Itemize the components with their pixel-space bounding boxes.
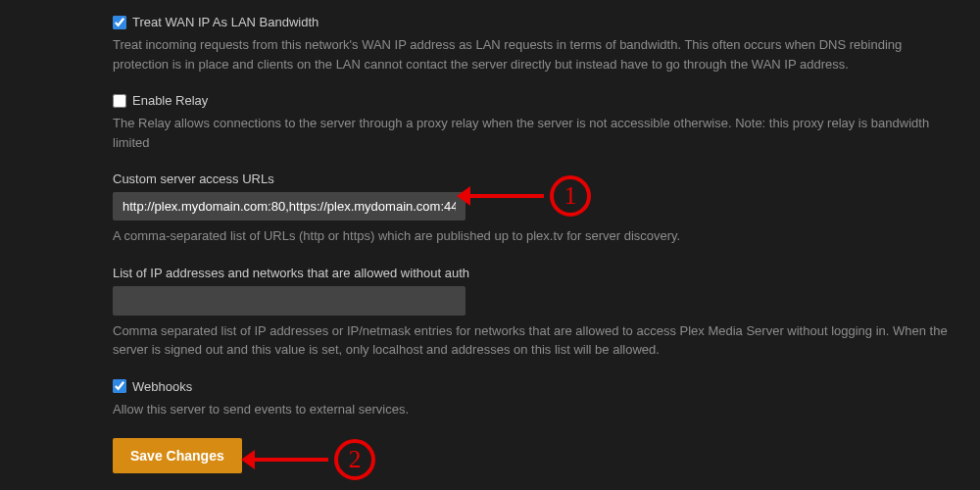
callout-number-2: 2	[334, 439, 375, 480]
custom-urls-description: A comma-separated list of URLs (http or …	[113, 226, 951, 246]
arrow-icon	[255, 458, 328, 462]
callout-arrow-2: 2	[255, 439, 375, 480]
allowed-ips-group: List of IP addresses and networks that a…	[113, 266, 951, 360]
webhooks-checkbox[interactable]	[113, 379, 126, 393]
enable-relay-group: Enable Relay The Relay allows connection…	[113, 93, 951, 152]
webhooks-label: Webhooks	[132, 379, 192, 394]
custom-urls-label: Custom server access URLs	[113, 172, 951, 186]
enable-relay-description: The Relay allows connections to the serv…	[113, 114, 951, 152]
enable-relay-checkbox[interactable]	[113, 94, 126, 108]
treat-wan-checkbox[interactable]	[113, 16, 126, 29]
treat-wan-label: Treat WAN IP As LAN Bandwidth	[132, 15, 318, 29]
save-changes-button[interactable]: Save Changes	[113, 438, 242, 473]
allowed-ips-input[interactable]	[113, 286, 466, 316]
allowed-ips-description: Comma separated list of IP addresses or …	[113, 321, 951, 360]
network-settings-panel: Treat WAN IP As LAN Bandwidth Treat inco…	[0, 0, 980, 490]
enable-relay-label: Enable Relay	[132, 93, 208, 108]
allowed-ips-label: List of IP addresses and networks that a…	[113, 266, 951, 280]
webhooks-group: Webhooks Allow this server to send event…	[113, 379, 951, 419]
treat-wan-description: Treat incoming requests from this networ…	[113, 35, 951, 74]
webhooks-description: Allow this server to send events to exte…	[113, 400, 951, 419]
custom-urls-input[interactable]	[113, 192, 466, 220]
custom-urls-group: Custom server access URLs A comma-separa…	[113, 172, 951, 246]
treat-wan-group: Treat WAN IP As LAN Bandwidth Treat inco…	[113, 15, 951, 74]
